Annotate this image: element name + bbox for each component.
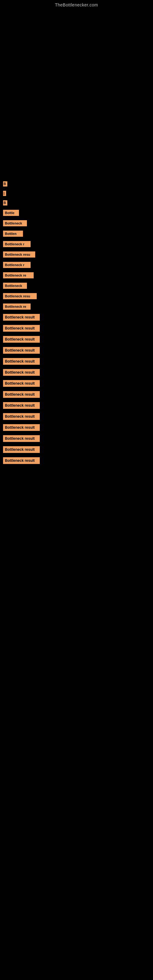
bottleneck-result-label[interactable]: Bottleneck result bbox=[3, 402, 40, 409]
list-item: Bottleneck r bbox=[3, 241, 153, 247]
bottleneck-result-label[interactable]: Bottleneck result bbox=[3, 435, 40, 442]
site-title-text: TheBottlenecker.com bbox=[55, 2, 98, 7]
list-item: Bottleneck result bbox=[3, 336, 153, 343]
list-item: | bbox=[3, 191, 153, 196]
bottleneck-result-label[interactable]: Bottleneck result bbox=[3, 369, 40, 376]
list-item: Bottle bbox=[3, 210, 153, 216]
bottleneck-result-label[interactable]: Bottleneck result bbox=[3, 336, 40, 343]
list-item: Bottleneck result bbox=[3, 457, 153, 464]
list-item: Bottleneck re bbox=[3, 272, 153, 278]
list-item: Bottleneck result bbox=[3, 369, 153, 376]
list-item: Bottlen bbox=[3, 231, 153, 237]
list-item: Bottleneck r bbox=[3, 262, 153, 268]
list-item: Bottleneck resu bbox=[3, 251, 153, 258]
list-item: B bbox=[3, 181, 153, 186]
list-item: Bottleneck bbox=[3, 283, 153, 289]
bottleneck-result-label[interactable]: Bottleneck result bbox=[3, 325, 40, 332]
list-item: Bottleneck result bbox=[3, 325, 153, 332]
bottleneck-result-label[interactable]: Bottleneck result bbox=[3, 380, 40, 387]
bottleneck-result-label[interactable]: Bottleneck bbox=[3, 220, 27, 226]
list-item: Bottleneck resu bbox=[3, 293, 153, 299]
list-item: Bottleneck result bbox=[3, 435, 153, 442]
list-item: Bottleneck result bbox=[3, 413, 153, 420]
bottleneck-result-label[interactable]: Bottle bbox=[3, 210, 19, 216]
bottleneck-result-label[interactable]: Bottleneck result bbox=[3, 446, 40, 453]
list-item: Bottleneck result bbox=[3, 380, 153, 387]
bottleneck-result-label[interactable]: Bottleneck bbox=[3, 283, 27, 289]
bottleneck-result-label[interactable]: Bottleneck re bbox=[3, 272, 33, 278]
list-item: Bottleneck result bbox=[3, 402, 153, 409]
list-item: Bottleneck result bbox=[3, 314, 153, 321]
bottleneck-result-label[interactable]: | bbox=[3, 191, 6, 196]
bottleneck-result-label[interactable]: Bottleneck result bbox=[3, 413, 40, 420]
bottleneck-result-label[interactable]: Bottleneck result bbox=[3, 347, 40, 354]
bottleneck-result-label[interactable]: Bottleneck resu bbox=[3, 293, 37, 299]
list-item: Bottleneck result bbox=[3, 391, 153, 398]
list-item: Bottleneck re bbox=[3, 304, 153, 310]
bottleneck-result-label[interactable]: B bbox=[3, 200, 7, 205]
list-item: B bbox=[3, 200, 153, 205]
bottleneck-result-label[interactable]: Bottleneck result bbox=[3, 358, 40, 365]
bottleneck-result-label[interactable]: Bottleneck re bbox=[3, 304, 30, 310]
bottleneck-result-label[interactable]: Bottlen bbox=[3, 231, 23, 237]
list-item: Bottleneck result bbox=[3, 347, 153, 354]
bottleneck-result-label[interactable]: Bottleneck result bbox=[3, 457, 40, 464]
list-item: Bottleneck result bbox=[3, 358, 153, 365]
bottleneck-result-label[interactable]: Bottleneck r bbox=[3, 262, 30, 268]
site-title: TheBottlenecker.com bbox=[0, 0, 153, 10]
bottleneck-result-label[interactable]: Bottleneck r bbox=[3, 241, 30, 247]
list-item: Bottleneck result bbox=[3, 446, 153, 453]
list-item: Bottleneck bbox=[3, 220, 153, 226]
bottleneck-result-label[interactable]: B bbox=[3, 181, 7, 186]
results-container: B|BBottleBottleneckBottlenBottleneck rBo… bbox=[0, 10, 153, 464]
bottleneck-result-label[interactable]: Bottleneck result bbox=[3, 391, 40, 398]
list-item: Bottleneck result bbox=[3, 424, 153, 431]
bottleneck-result-label[interactable]: Bottleneck result bbox=[3, 314, 40, 321]
bottleneck-result-label[interactable]: Bottleneck result bbox=[3, 424, 40, 431]
bottleneck-result-label[interactable]: Bottleneck resu bbox=[3, 251, 35, 258]
